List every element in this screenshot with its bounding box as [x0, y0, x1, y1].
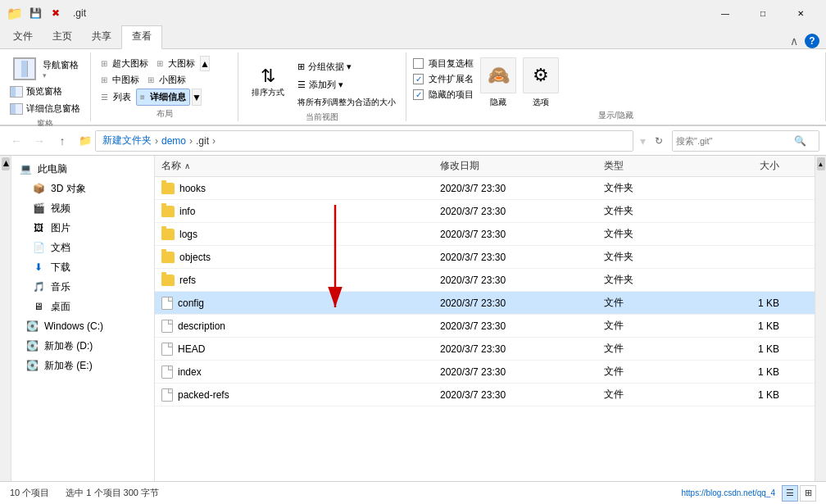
- col-name: info: [155, 200, 433, 222]
- table-row[interactable]: hooks 2020/3/7 23:30 文件夹: [155, 177, 815, 200]
- layout-scroll-up[interactable]: ▲: [200, 56, 210, 71]
- table-row[interactable]: logs 2020/3/7 23:30 文件夹: [155, 223, 815, 246]
- ribbon-collapse-icon[interactable]: ∧: [790, 34, 798, 48]
- sidebar-item-3d[interactable]: 📦 3D 对象: [11, 179, 154, 198]
- sidebar-item-this-pc[interactable]: 💻 此电脑: [11, 159, 154, 179]
- sidebar-item-vol-d[interactable]: 💽 新加卷 (D:): [11, 336, 154, 356]
- col-header-size[interactable]: 大小: [720, 156, 786, 176]
- forward-button[interactable]: →: [30, 131, 49, 151]
- sidebar-item-pictures[interactable]: 🖼 图片: [11, 218, 154, 238]
- maximize-button[interactable]: □: [744, 0, 782, 26]
- detail-btn[interactable]: ≡详细信息: [136, 89, 190, 106]
- vol-e-icon: 💽: [25, 358, 39, 373]
- col-type: 文件夹: [597, 177, 720, 199]
- table-row[interactable]: objects 2020/3/7 23:30 文件夹: [155, 246, 815, 269]
- sidebar-item-music[interactable]: 🎵 音乐: [11, 277, 154, 297]
- add-col-btn[interactable]: ☰ 添加列 ▾: [294, 77, 399, 93]
- table-row[interactable]: HEAD 2020/3/7 23:30 文件 1 KB: [155, 338, 815, 361]
- downloads-icon: ⬇: [31, 260, 46, 275]
- col-name: HEAD: [155, 338, 433, 360]
- list-btn[interactable]: ☰列表: [98, 89, 134, 106]
- refresh-button[interactable]: ↻: [649, 131, 669, 151]
- ribbon-group-current-view: ⇅ 排序方式 ⊞ 分组依据 ▾ ☰ 添加列 ▾ 将所有列调整为合适的大小: [238, 52, 406, 121]
- breadcrumb[interactable]: 新建文件夹 › demo › .git ›: [95, 130, 633, 152]
- breadcrumb-sep-2: ›: [189, 135, 193, 147]
- hidden-items-checkbox[interactable]: [413, 89, 424, 100]
- tab-share[interactable]: 共享: [82, 26, 121, 48]
- table-row[interactable]: description 2020/3/7 23:30 文件 1 KB: [155, 315, 815, 338]
- preview-label: 预览窗格: [26, 85, 62, 98]
- medium-btn[interactable]: ⊞中图标: [98, 72, 143, 88]
- sidebar-item-documents[interactable]: 📄 文档: [11, 238, 154, 257]
- table-row[interactable]: index 2020/3/7 23:30 文件 1 KB: [155, 361, 815, 384]
- sidebar-scroll-up[interactable]: ▲: [2, 157, 10, 170]
- detail-pane-button[interactable]: 详细信息窗格: [7, 101, 84, 116]
- preview-pane-button[interactable]: 预览窗格: [7, 84, 66, 99]
- folder-title-icon: 📁: [7, 6, 23, 21]
- col-name: config: [155, 292, 433, 314]
- group-by-btn[interactable]: ⊞ 分组依据 ▾: [294, 59, 399, 75]
- tab-file[interactable]: 文件: [3, 26, 43, 48]
- breadcrumb-demo[interactable]: demo: [161, 135, 186, 147]
- file-icon: [161, 366, 173, 379]
- col-header-name[interactable]: 名称 ∧: [155, 156, 433, 176]
- col-date: 2020/3/7 23:30: [433, 269, 597, 291]
- file-icon: [161, 320, 173, 333]
- tab-home[interactable]: 主页: [43, 26, 82, 48]
- sidebar-item-video[interactable]: 🎬 视频: [11, 198, 154, 218]
- item-checkbox-input[interactable]: [413, 58, 424, 69]
- up-button[interactable]: ↑: [52, 131, 72, 151]
- layout-scroll-down[interactable]: ▼: [192, 89, 202, 106]
- nav-pane-button[interactable]: 导航窗格 ▾: [7, 56, 82, 82]
- table-row[interactable]: info 2020/3/7 23:30 文件夹: [155, 200, 815, 223]
- selected-info: 选中 1 个项目 300 字节: [66, 487, 159, 499]
- list-view-button[interactable]: ☰: [782, 485, 798, 502]
- back-button[interactable]: ←: [7, 131, 26, 151]
- file-ext-checkbox[interactable]: [413, 74, 424, 84]
- table-row[interactable]: packed-refs 2020/3/7 23:30 文件 1 KB: [155, 384, 815, 406]
- large-btn[interactable]: ⊞大图标: [153, 56, 198, 71]
- options-button[interactable]: ⚙: [523, 57, 559, 93]
- main-area: ▲ 💻 此电脑 📦 3D 对象 🎬 视频 🖼 图片 📄 文档: [0, 156, 826, 481]
- hidden-items-row[interactable]: 隐藏的项目: [413, 89, 474, 101]
- tab-view[interactable]: 查看: [121, 25, 162, 49]
- detail-view-button[interactable]: ⊞: [800, 485, 816, 502]
- sidebar-item-downloads[interactable]: ⬇ 下载: [11, 257, 154, 277]
- table-row[interactable]: refs 2020/3/7 23:30 文件夹: [155, 269, 815, 292]
- close-button[interactable]: ✕: [782, 0, 819, 26]
- hide-icon: 🙈: [488, 65, 510, 86]
- sidebar-item-desktop[interactable]: 🖥 桌面: [11, 297, 154, 316]
- search-box[interactable]: 🔍: [672, 130, 819, 152]
- breadcrumb-new-folder[interactable]: 新建文件夹: [102, 134, 152, 148]
- col-name: packed-refs: [155, 384, 433, 406]
- group-by-icon: ⊞: [297, 61, 305, 72]
- col-header-type[interactable]: 类型: [597, 156, 720, 176]
- col-date: 2020/3/7 23:30: [433, 200, 597, 222]
- search-input[interactable]: [676, 136, 791, 146]
- downloads-label: 下载: [51, 261, 70, 275]
- col-header-date[interactable]: 修改日期: [433, 156, 597, 176]
- file-ext-row[interactable]: 文件扩展名: [413, 73, 474, 85]
- pictures-label: 图片: [51, 221, 70, 235]
- help-button[interactable]: ?: [805, 34, 819, 48]
- fit-col-btn[interactable]: 将所有列调整为合适的大小: [294, 95, 399, 110]
- dropdown-arrow[interactable]: ▾: [640, 134, 646, 148]
- small-btn[interactable]: ⊞小图标: [144, 72, 189, 88]
- col-size: 1 KB: [720, 384, 786, 406]
- windows-c-label: Windows (C:): [44, 320, 103, 332]
- nav-pane-arrow: ▾: [43, 71, 79, 79]
- sidebar-item-vol-e[interactable]: 💽 新加卷 (E:): [11, 356, 154, 375]
- sort-btn[interactable]: ⇅ 排序方式: [245, 56, 291, 110]
- sidebar-item-windows-c[interactable]: 💽 Windows (C:): [11, 316, 154, 336]
- minimize-button[interactable]: —: [706, 0, 744, 26]
- file-list: 名称 ∧ 修改日期 类型 大小 hooks: [155, 156, 815, 481]
- checkboxes-area: 项目复选框 文件扩展名 隐藏的项目: [413, 57, 474, 101]
- file-scroll-up[interactable]: ▲: [817, 157, 825, 170]
- file-list-header: 名称 ∧ 修改日期 类型 大小: [155, 156, 815, 177]
- extra-large-btn[interactable]: ⊞超大图标: [98, 56, 152, 71]
- table-row[interactable]: config 2020/3/7 23:30 文件 1 KB: [155, 292, 815, 315]
- hide-button[interactable]: 🙈: [480, 57, 516, 93]
- col-type: 文件夹: [597, 223, 720, 245]
- col-size: [720, 246, 786, 268]
- item-checkbox-row[interactable]: 项目复选框: [413, 57, 474, 70]
